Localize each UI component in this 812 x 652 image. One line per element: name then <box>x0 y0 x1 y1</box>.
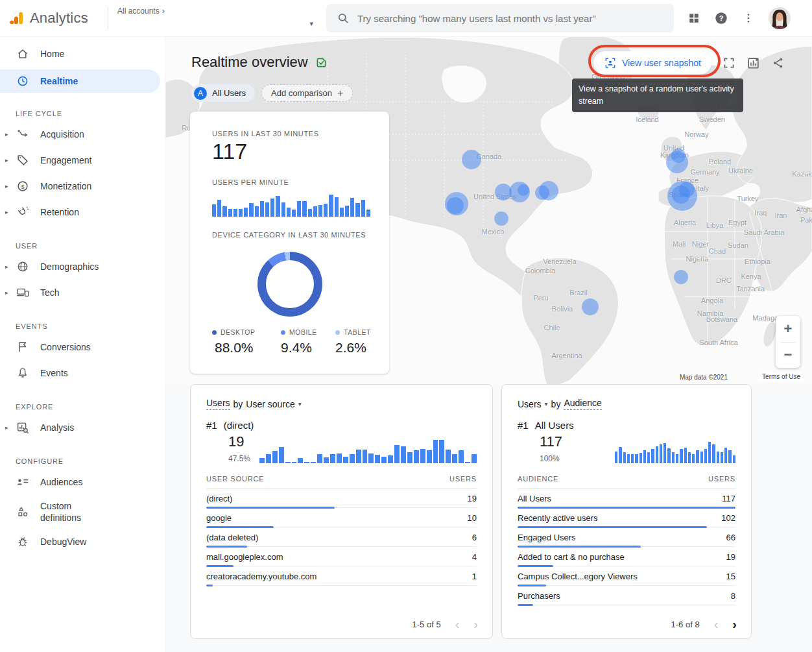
sidebar-item-realtime[interactable]: Realtime <box>0 69 160 93</box>
table-row[interactable]: Recently active users 102 <box>518 509 735 528</box>
table-row[interactable]: (direct) 19 <box>206 489 477 509</box>
demographics-globe-icon <box>16 260 30 274</box>
table-row[interactable]: Added to cart & no purchase 19 <box>518 548 735 567</box>
desktop-dot-icon <box>212 330 217 335</box>
help-icon[interactable]: ? <box>714 11 728 25</box>
account-caret-icon[interactable]: ▾ <box>309 19 313 28</box>
dimension-selector[interactable]: User source <box>246 399 294 409</box>
table-row[interactable]: Purchasers 8 <box>518 586 735 606</box>
sidebar-item-events[interactable]: Events <box>0 360 165 386</box>
spark-bar <box>660 444 662 463</box>
more-menu-icon[interactable] <box>743 12 754 25</box>
table-row[interactable]: creatoracademy.youtube.com 1 <box>206 567 477 586</box>
diagnostics-grid-icon[interactable] <box>688 12 700 24</box>
audience-sparkline-chart[interactable] <box>615 433 735 463</box>
data-quality-icon[interactable] <box>315 56 328 69</box>
next-page-icon[interactable]: › <box>732 618 737 631</box>
spark-bar <box>259 458 265 463</box>
row-divider <box>206 566 477 566</box>
spark-bar <box>643 450 646 463</box>
chevron-down-icon[interactable]: ▾ <box>298 400 302 407</box>
sidebar-item-label: Analysis <box>40 422 74 433</box>
zoom-out-button[interactable]: − <box>776 342 800 368</box>
zoom-in-button[interactable]: + <box>776 316 800 342</box>
map-terms-link[interactable]: Terms of Use <box>759 372 803 381</box>
view-user-snapshot-button[interactable]: View user snapshot <box>593 51 711 75</box>
sidebar-item-home[interactable]: Home <box>0 41 165 67</box>
top-entry-pct: 47.5% <box>228 454 250 463</box>
expand-arrow-icon[interactable]: ▸ <box>5 157 8 163</box>
spark-bar <box>692 454 695 463</box>
next-page-icon[interactable]: › <box>473 618 478 631</box>
minute-bar <box>249 203 253 217</box>
audience-table: All Users 117 Recently active users 102 <box>518 489 735 606</box>
share-icon[interactable] <box>772 56 785 69</box>
all-users-chip[interactable]: A All Users <box>191 84 255 102</box>
search-input[interactable] <box>357 13 656 24</box>
table-row[interactable]: (data deleted) 6 <box>206 528 477 548</box>
users-column-header[interactable]: USERS <box>449 475 477 483</box>
sidebar-item-audiences[interactable]: Audiences <box>0 469 165 495</box>
analytics-logo[interactable]: Analytics <box>0 10 108 27</box>
breadcrumb[interactable]: All accounts › <box>117 6 322 16</box>
table-row[interactable]: Campus Collect...egory Viewers 15 <box>518 567 735 586</box>
row-label: Campus Collect...egory Viewers <box>518 572 638 581</box>
table-row[interactable]: google 10 <box>206 509 477 528</box>
prev-page-icon[interactable]: ‹ <box>714 618 719 631</box>
expand-arrow-icon[interactable]: ▸ <box>5 289 8 296</box>
expand-arrow-icon[interactable]: ▸ <box>5 131 8 138</box>
expand-arrow-icon[interactable]: ▸ <box>5 183 8 189</box>
spark-bar <box>696 450 699 463</box>
table-row[interactable]: mall.googleplex.com 4 <box>206 548 477 567</box>
row-value: 1 <box>472 572 477 581</box>
sidebar-item-demographics[interactable]: ▸ Demographics <box>0 254 165 280</box>
source-sparkline-chart[interactable] <box>259 433 477 463</box>
fullscreen-icon[interactable] <box>722 56 735 69</box>
global-search[interactable] <box>326 4 674 32</box>
sidebar-item-tech[interactable]: ▸ Tech <box>0 280 165 306</box>
sidebar-item-debugview[interactable]: DebugView <box>0 529 165 555</box>
dimension-selector[interactable]: Audience <box>564 398 601 410</box>
sidebar-item-analysis[interactable]: ▸ Analysis <box>0 415 165 441</box>
sidebar-item-custom-definitions[interactable]: Custom definitions <box>0 495 165 529</box>
expand-arrow-icon[interactable]: ▸ <box>5 263 8 270</box>
metric-selector[interactable]: Users <box>206 398 230 410</box>
spark-bar <box>439 440 444 463</box>
dimension-column-header[interactable]: USER SOURCE <box>206 475 264 483</box>
avatar[interactable] <box>769 7 791 29</box>
top-entry-detail: 117 100% <box>518 433 735 465</box>
chevron-down-icon[interactable]: ▾ <box>545 400 548 407</box>
minute-bar <box>355 203 359 217</box>
user-snapshot-icon <box>604 56 617 69</box>
dimension-column-header[interactable]: AUDIENCE <box>518 475 558 483</box>
table-row[interactable]: All Users 117 <box>518 489 735 509</box>
retention-magnet-icon <box>16 205 30 219</box>
users-column-header[interactable]: USERS <box>708 475 735 483</box>
map-country-label: Nigeria <box>686 255 709 263</box>
expand-arrow-icon[interactable]: ▸ <box>5 424 8 431</box>
sidebar-item-retention[interactable]: ▸ Retention <box>0 199 165 225</box>
top-entry-row: #1 All Users <box>518 420 735 431</box>
table-row[interactable]: Engaged Users 66 <box>518 528 735 548</box>
users-per-minute-chart[interactable] <box>212 193 370 217</box>
account-picker[interactable]: All accounts › ▾ <box>108 0 322 36</box>
insights-icon[interactable] <box>746 56 761 70</box>
spark-bar <box>635 454 638 463</box>
sidebar-item-label: Realtime <box>40 76 78 86</box>
expand-arrow-icon[interactable]: ▸ <box>5 209 8 215</box>
map-country-label: Colombia <box>525 267 555 274</box>
row-bar <box>206 585 213 586</box>
add-comparison-chip[interactable]: Add comparison + <box>261 84 353 102</box>
map-country-label: Argentina <box>551 352 582 359</box>
spark-bar <box>623 452 626 463</box>
sidebar-item-engagement[interactable]: ▸ Engagement <box>0 147 165 173</box>
prev-page-icon[interactable]: ‹ <box>455 618 460 631</box>
metric-selector[interactable]: Users <box>518 399 542 409</box>
sidebar-item-monetization[interactable]: ▸ $ Monetization <box>0 173 165 199</box>
user-location-bubble <box>679 182 695 197</box>
spark-bar <box>343 457 348 463</box>
sidebar-item-acquisition[interactable]: ▸ Acquisition <box>0 121 165 147</box>
device-donut[interactable] <box>257 252 322 317</box>
sidebar-item-conversions[interactable]: Conversions <box>0 334 165 360</box>
mobile-dot-icon <box>281 330 285 335</box>
